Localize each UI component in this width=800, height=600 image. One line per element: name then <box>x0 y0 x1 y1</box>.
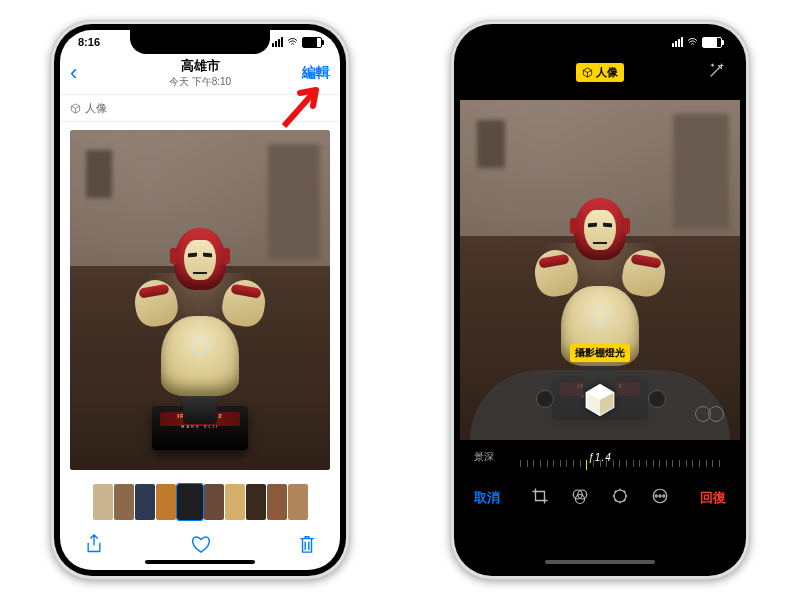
edit-top-bar: 人像 <box>460 54 740 90</box>
thumbnail[interactable] <box>177 484 203 520</box>
lighting-option-selected[interactable] <box>582 382 618 418</box>
portrait-badge[interactable]: 人像 <box>576 63 624 82</box>
portrait-tag-label: 人像 <box>85 101 107 116</box>
battery-icon <box>302 37 322 48</box>
thumbnail[interactable] <box>246 484 266 520</box>
signal-icon <box>672 37 683 47</box>
revert-button[interactable]: 回復 <box>700 489 726 507</box>
nav-title: 高雄市 <box>60 57 340 75</box>
depth-slider[interactable] <box>520 460 720 470</box>
thumbnail[interactable] <box>288 484 308 520</box>
thumbnail-strip[interactable] <box>60 484 340 522</box>
more-tool[interactable] <box>651 487 669 510</box>
status-time: 8:16 <box>78 36 100 48</box>
svg-point-8 <box>655 494 657 496</box>
svg-point-10 <box>663 494 665 496</box>
lighting-option-prev[interactable] <box>536 390 554 408</box>
notch <box>130 30 270 54</box>
lighting-mode-badge: 攝影棚燈光 <box>570 344 630 362</box>
depth-preview-icon[interactable] <box>698 406 724 426</box>
depth-control-row: 景深 ƒ1.4 <box>460 440 740 474</box>
home-indicator[interactable] <box>145 560 255 564</box>
phone-photos-detail: 8:16 ✈︎ ‹ 高雄市 今天 下午8:10 編輯 人像 <box>50 20 350 580</box>
thumbnail[interactable] <box>225 484 245 520</box>
wifi-icon <box>687 37 698 48</box>
annotation-arrow <box>276 76 332 136</box>
thumbnail[interactable] <box>204 484 224 520</box>
thumbnail[interactable] <box>135 484 155 520</box>
lighting-option-next[interactable] <box>648 390 666 408</box>
notch <box>530 30 670 54</box>
battery-icon <box>702 37 722 48</box>
edit-toolbar: 取消 circle{fill:none;stroke:#bbb;stroke-w… <box>460 476 740 520</box>
magic-wand-button[interactable] <box>708 61 726 83</box>
back-button[interactable]: ‹ <box>70 60 77 86</box>
home-indicator[interactable] <box>545 560 655 564</box>
adjust-tool[interactable] <box>611 487 629 510</box>
wifi-icon <box>287 37 298 48</box>
thumbnail[interactable] <box>114 484 134 520</box>
phone-photo-edit: 人像 IRON MAN 2 MARK XLII <box>450 20 750 580</box>
signal-icon <box>272 37 283 47</box>
svg-point-9 <box>659 494 661 496</box>
cube-icon <box>70 103 81 114</box>
cube-icon <box>582 67 593 78</box>
cancel-button[interactable]: 取消 <box>474 489 500 507</box>
trash-button[interactable] <box>298 534 316 559</box>
crop-tool[interactable] <box>531 487 549 510</box>
thumbnail[interactable] <box>267 484 287 520</box>
favorite-button[interactable] <box>190 534 212 559</box>
share-button[interactable] <box>84 533 104 560</box>
photo-edit-canvas[interactable]: IRON MAN 2 MARK XLII 攝影棚燈光 <box>460 100 740 440</box>
thumbnail[interactable] <box>93 484 113 520</box>
photo-main[interactable]: IRON MAN 2 MARK XLII <box>70 130 330 470</box>
filters-tool[interactable]: circle{fill:none;stroke:#bbb;stroke-widt… <box>571 487 589 510</box>
bottom-toolbar <box>60 528 340 564</box>
depth-label: 景深 <box>474 450 510 464</box>
thumbnail[interactable] <box>156 484 176 520</box>
